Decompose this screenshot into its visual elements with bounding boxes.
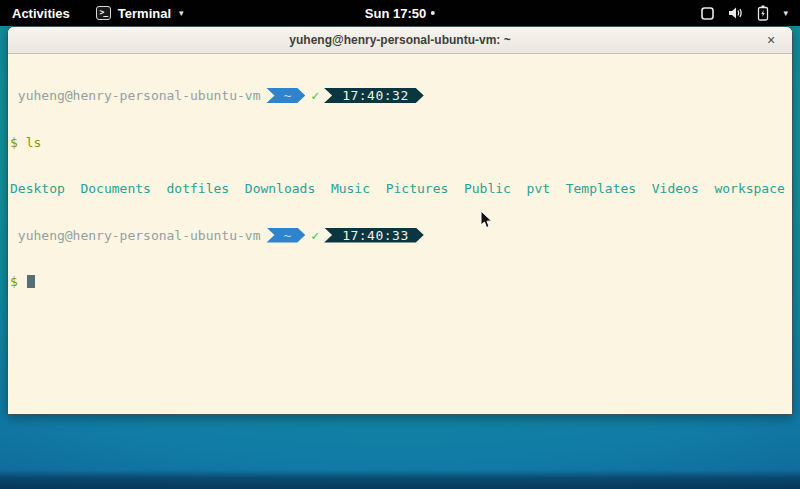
terminal-window: yuheng@henry-personal-ubuntu-vm: ~ × yuh… (7, 26, 793, 415)
terminal-app-icon: >_ (96, 6, 111, 20)
command-line: $ ls (10, 135, 790, 151)
desktop: Activities >_ Terminal ▾ Sun 17:50 (0, 0, 800, 489)
activities-button[interactable]: Activities (0, 6, 82, 21)
close-button[interactable]: × (762, 31, 780, 49)
mouse-cursor-icon (480, 210, 493, 233)
notification-dot (431, 11, 435, 15)
app-menu-terminal[interactable]: >_ Terminal ▾ (96, 6, 184, 21)
prompt-time-badge: 17:40:33 (324, 228, 424, 243)
chevron-down-icon: ▾ (179, 8, 184, 18)
prompt-line-1: yuheng@henry-personal-ubuntu-vm~✓17:40:3… (10, 88, 790, 104)
clock-button[interactable]: Sun 17:50 (365, 6, 435, 21)
top-bar: Activities >_ Terminal ▾ Sun 17:50 (0, 0, 800, 26)
terminal-body[interactable]: yuheng@henry-personal-ubuntu-vm~✓17:40:3… (8, 54, 792, 321)
current-prompt-line: $ (10, 274, 790, 290)
prompt-line-2: yuheng@henry-personal-ubuntu-vm~✓17:40:3… (10, 228, 790, 244)
app-menu-label: Terminal (118, 6, 171, 21)
prompt-symbol: $ (10, 274, 18, 289)
status-check-icon: ✓ (311, 88, 319, 103)
window-title: yuheng@henry-personal-ubuntu-vm: ~ (289, 33, 510, 47)
prompt-path-segment: ~ (266, 88, 305, 103)
battery-charging-icon (757, 5, 769, 21)
typed-command: ls (26, 135, 42, 150)
prompt-host: yuheng@henry-personal-ubuntu-vm (18, 88, 261, 103)
system-tray[interactable]: ▾ (700, 5, 800, 21)
prompt-host: yuheng@henry-personal-ubuntu-vm (18, 228, 261, 243)
status-check-icon: ✓ (311, 228, 319, 243)
screen-icon (700, 6, 715, 21)
tray-chevron-down-icon: ▾ (783, 8, 788, 18)
prompt-symbol: $ (10, 135, 18, 150)
prompt-time-badge: 17:40:32 (324, 88, 424, 103)
window-titlebar[interactable]: yuheng@henry-personal-ubuntu-vm: ~ × (8, 27, 792, 54)
prompt-path-segment: ~ (266, 228, 305, 243)
volume-icon (728, 6, 744, 20)
clock-label: Sun 17:50 (365, 6, 426, 21)
terminal-cursor (27, 275, 35, 288)
ls-output: Desktop Documents dotfiles Downloads Mus… (10, 181, 790, 197)
